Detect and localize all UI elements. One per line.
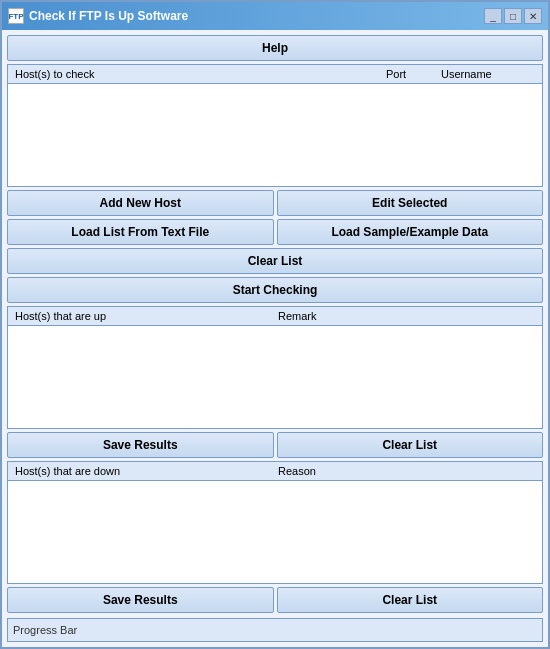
restore-button[interactable]: □ — [504, 8, 522, 24]
edit-selected-button[interactable]: Edit Selected — [277, 190, 544, 216]
clear-list-2-button[interactable]: Clear List — [277, 432, 544, 458]
save-clear-row-2: Save Results Clear List — [7, 587, 543, 613]
load-sample-button[interactable]: Load Sample/Example Data — [277, 219, 544, 245]
hosts-col-username: Username — [438, 67, 538, 81]
load-row: Load List From Text File Load Sample/Exa… — [7, 219, 543, 245]
close-button[interactable]: ✕ — [524, 8, 542, 24]
hosts-col-host: Host(s) to check — [12, 67, 383, 81]
up-col-host: Host(s) that are up — [12, 309, 275, 323]
progress-bar-label: Progress Bar — [13, 624, 77, 636]
hosts-list-header: Host(s) to check Port Username — [8, 65, 542, 84]
progress-bar: Progress Bar — [7, 618, 543, 642]
add-edit-row: Add New Host Edit Selected — [7, 190, 543, 216]
title-bar: FTP Check If FTP Is Up Software _ □ ✕ — [2, 2, 548, 30]
add-new-host-button[interactable]: Add New Host — [7, 190, 274, 216]
help-button[interactable]: Help — [7, 35, 543, 61]
main-window: FTP Check If FTP Is Up Software _ □ ✕ He… — [0, 0, 550, 649]
hosts-list[interactable]: Host(s) to check Port Username — [7, 64, 543, 187]
hosts-down-list[interactable]: Host(s) that are down Reason — [7, 461, 543, 584]
down-col-reason: Reason — [275, 464, 538, 478]
up-col-remark: Remark — [275, 309, 538, 323]
hosts-up-list-body[interactable] — [8, 326, 542, 428]
down-col-host: Host(s) that are down — [12, 464, 275, 478]
clear-list-3-button[interactable]: Clear List — [277, 587, 544, 613]
content-area: Help Host(s) to check Port Username Add … — [2, 30, 548, 647]
hosts-list-body[interactable] — [8, 84, 542, 186]
hosts-col-port: Port — [383, 67, 438, 81]
clear-list-1-button[interactable]: Clear List — [7, 248, 543, 274]
hosts-up-list-header: Host(s) that are up Remark — [8, 307, 542, 326]
save-results-2-button[interactable]: Save Results — [7, 587, 274, 613]
hosts-up-list[interactable]: Host(s) that are up Remark — [7, 306, 543, 429]
load-list-button[interactable]: Load List From Text File — [7, 219, 274, 245]
save-results-1-button[interactable]: Save Results — [7, 432, 274, 458]
start-checking-button[interactable]: Start Checking — [7, 277, 543, 303]
app-icon: FTP — [8, 8, 24, 24]
minimize-button[interactable]: _ — [484, 8, 502, 24]
window-title: Check If FTP Is Up Software — [29, 9, 484, 23]
hosts-down-list-header: Host(s) that are down Reason — [8, 462, 542, 481]
save-clear-row-1: Save Results Clear List — [7, 432, 543, 458]
window-controls: _ □ ✕ — [484, 8, 542, 24]
hosts-down-list-body[interactable] — [8, 481, 542, 583]
